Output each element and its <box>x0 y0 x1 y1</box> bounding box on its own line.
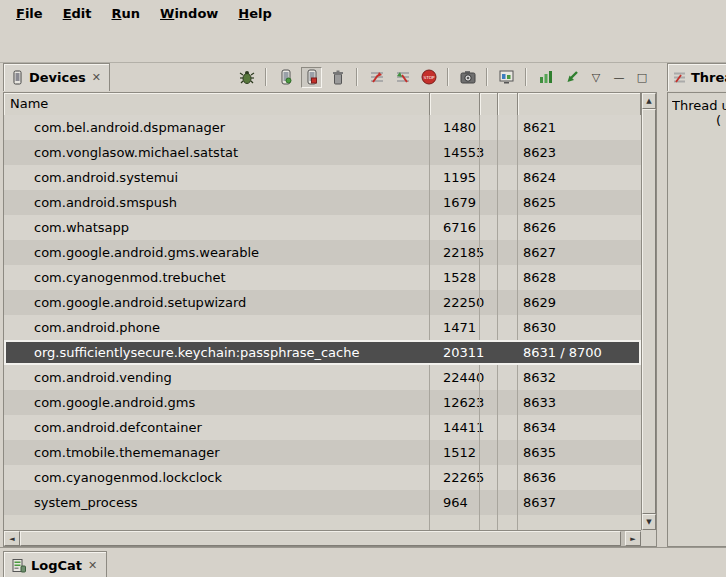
menu-file[interactable]: File <box>6 3 53 24</box>
cell-debug-port: 8632 <box>518 365 641 390</box>
table-row[interactable]: com.cyanogenmod.trebuchet 1528 8628 <box>4 265 641 290</box>
cell-pid: 20311 <box>430 340 480 365</box>
cell-empty <box>480 490 498 515</box>
heap-dump-button[interactable] <box>535 67 556 88</box>
menu-help[interactable]: Help <box>228 3 281 24</box>
column-header-name[interactable]: Name <box>4 93 430 115</box>
cell-empty <box>480 190 498 215</box>
system-info-button[interactable] <box>496 67 517 88</box>
logcat-tab-close-icon[interactable]: ✕ <box>87 559 98 572</box>
vertical-scrollbar[interactable]: ▲ ▼ <box>641 93 656 530</box>
table-row[interactable]: com.google.android.setupwizard 22250 862… <box>4 290 641 315</box>
bug-icon <box>239 69 255 85</box>
cell-debug-port: 8630 <box>518 315 641 340</box>
column-header-4[interactable] <box>498 93 518 115</box>
update-heap-button[interactable] <box>275 67 296 88</box>
cell-empty <box>480 265 498 290</box>
table-row[interactable]: com.vonglasow.michael.satstat 14553 8623 <box>4 140 641 165</box>
table-row[interactable]: com.cyanogenmod.lockclock 22265 8636 <box>4 465 641 490</box>
view-menu-button[interactable]: ▽ <box>587 67 605 87</box>
menu-edit[interactable]: Edit <box>53 3 102 24</box>
device-tab-icon <box>11 70 24 85</box>
devices-panel: Devices ✕ <box>3 62 655 547</box>
minimize-button[interactable]: — <box>610 67 628 87</box>
cell-debug-port: 8633 <box>518 390 641 415</box>
cell-pid: 12623 <box>430 390 480 415</box>
table-row[interactable]: com.android.defcontainer 14411 8634 <box>4 415 641 440</box>
cell-empty <box>480 365 498 390</box>
cell-empty <box>498 440 518 465</box>
table-row[interactable]: com.android.systemui 1195 8624 <box>4 165 641 190</box>
cell-debug-port: 8624 <box>518 165 641 190</box>
network-stats-button[interactable] <box>561 67 582 88</box>
table-row[interactable]: com.android.smspush 1679 8625 <box>4 190 641 215</box>
cell-empty <box>498 365 518 390</box>
cell-debug-port: 8631 / 8700 <box>518 340 641 365</box>
screen-capture-button[interactable] <box>457 67 478 88</box>
device-hprof-icon <box>306 69 318 85</box>
cause-gc-button[interactable] <box>327 67 348 88</box>
cell-empty <box>480 465 498 490</box>
table-row[interactable]: com.google.android.gms 12623 8633 <box>4 390 641 415</box>
table-row[interactable]: com.tmobile.thememanager 1512 8635 <box>4 440 641 465</box>
table-row[interactable]: com.bel.android.dspmanager 1480 8621 <box>4 115 641 140</box>
table-row[interactable]: org.sufficientlysecure.keychain:passphra… <box>4 340 641 365</box>
device-rows: com.bel.android.dspmanager 1480 8621 com… <box>4 115 641 530</box>
cell-debug-port: 8626 <box>518 215 641 240</box>
cell-process-name: com.android.smspush <box>4 190 430 215</box>
toolbar-separator <box>356 68 358 86</box>
scroll-left-button[interactable]: ◄ <box>4 531 20 546</box>
cell-empty <box>498 315 518 340</box>
cell-empty <box>498 415 518 440</box>
cell-empty <box>498 265 518 290</box>
table-row[interactable]: system_process 964 8637 <box>4 490 641 515</box>
tab-threads[interactable]: Threads <box>667 63 726 91</box>
column-header-port[interactable] <box>518 93 641 115</box>
cell-pid: 1480 <box>430 115 480 140</box>
cell-process-name: com.android.systemui <box>4 165 430 190</box>
update-threads-button[interactable] <box>366 67 387 88</box>
table-row[interactable]: com.whatsapp 6716 8626 <box>4 215 641 240</box>
stop-process-button[interactable]: STOP <box>418 67 439 88</box>
scroll-down-icon: ▼ <box>646 518 651 526</box>
column-header-3[interactable] <box>480 93 498 115</box>
scroll-right-button[interactable]: ► <box>625 531 641 546</box>
tab-logcat[interactable]: LogCat ✕ <box>3 551 107 577</box>
scroll-left-icon: ◄ <box>9 535 14 543</box>
trash-icon <box>332 70 344 85</box>
camera-icon <box>460 70 476 84</box>
devices-table: Name com.bel.android.dspmanager 1480 862… <box>3 92 657 547</box>
cell-debug-port: 8627 <box>518 240 641 265</box>
menu-window[interactable]: Window <box>150 3 228 24</box>
chart-icon <box>499 70 514 84</box>
cell-empty <box>498 490 518 515</box>
start-method-profiling-button[interactable] <box>392 67 413 88</box>
cell-process-name: com.android.vending <box>4 365 430 390</box>
horizontal-scrollbar[interactable]: ◄ ► <box>4 530 641 546</box>
horizontal-scrollbar-thumb[interactable] <box>20 531 621 546</box>
cell-process-name: com.bel.android.dspmanager <box>4 115 430 140</box>
vertical-scrollbar-thumb[interactable] <box>642 109 656 514</box>
ddms-window: File Edit Run Window Help Devices ✕ <box>0 0 726 577</box>
scroll-down-button[interactable]: ▼ <box>642 514 656 530</box>
debug-process-button[interactable] <box>236 67 257 88</box>
cell-process-name: com.whatsapp <box>4 215 430 240</box>
menu-run[interactable]: Run <box>102 3 151 24</box>
maximize-button[interactable]: □ <box>633 67 651 87</box>
method-profiling-icon <box>395 70 411 84</box>
threads-tab-icon <box>673 71 687 84</box>
tab-devices[interactable]: Devices ✕ <box>3 63 110 91</box>
devices-tab-close-icon[interactable]: ✕ <box>91 71 102 84</box>
devices-toolbar: STOP <box>236 66 651 88</box>
table-row[interactable]: com.android.phone 1471 8630 <box>4 315 641 340</box>
cell-empty <box>498 165 518 190</box>
threads-message-line1: Thread up <box>672 98 726 113</box>
column-header-pid[interactable] <box>430 93 480 115</box>
devices-panel-header: Devices ✕ <box>3 62 655 92</box>
dump-hprof-button[interactable] <box>301 67 322 88</box>
cell-empty <box>498 290 518 315</box>
cell-process-name: com.google.android.setupwizard <box>4 290 430 315</box>
table-row[interactable]: com.google.android.gms.wearable 22185 86… <box>4 240 641 265</box>
table-row[interactable]: com.android.vending 22440 8632 <box>4 365 641 390</box>
scroll-up-button[interactable]: ▲ <box>642 93 656 109</box>
